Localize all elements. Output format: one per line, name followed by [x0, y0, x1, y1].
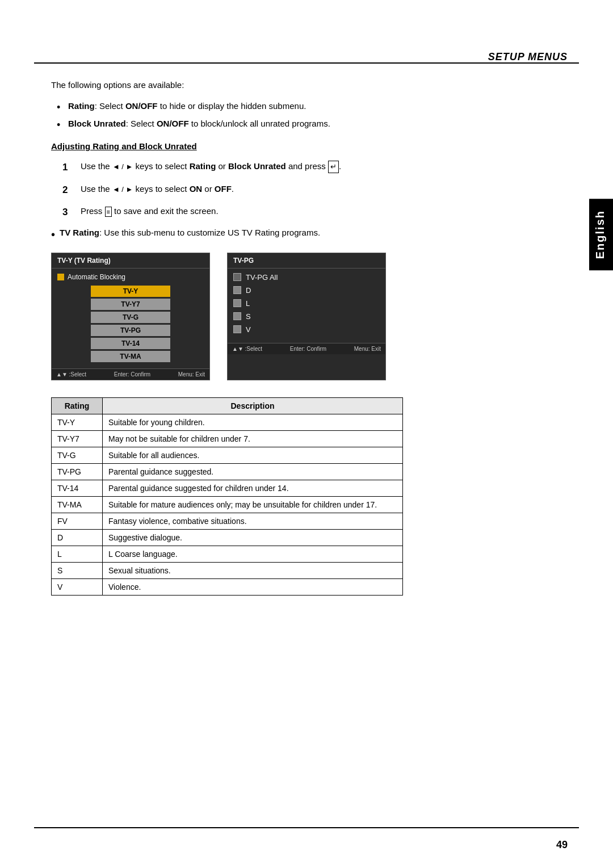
table-row: LL Coarse language. [52, 546, 403, 562]
tv-pg-l-label: L [246, 299, 250, 308]
table-row: TV-Y7May not be suitable for children un… [52, 430, 403, 447]
desc-cell-8: L Coarse language. [103, 546, 403, 562]
desc-cell-3: Parental guidance suggested. [103, 463, 403, 480]
bullet-block-label: Block Unrated [68, 119, 126, 128]
page-container: English SETUP MENUS The following option… [0, 0, 613, 868]
desc-cell-5: Suitable for mature audiences only; may … [103, 496, 403, 513]
rating-cell-9: S [52, 562, 103, 578]
step-1-block-unrated: Block Unrated [228, 161, 286, 171]
rating-cell-0: TV-Y [52, 414, 103, 430]
desc-cell-9: Sexual situations. [103, 562, 403, 578]
desc-cell-1: May not be suitable for children under 7… [103, 430, 403, 447]
table-row: VViolence. [52, 578, 403, 595]
bullet-rating-onoff: ON/OFF [125, 101, 158, 111]
desc-cell-7: Suggestive dialogue. [103, 529, 403, 546]
rating-cell-1: TV-Y7 [52, 430, 103, 447]
step-2-on: ON [190, 184, 203, 194]
arrow-keys-2: ◄ / ► [112, 184, 133, 195]
col-rating-header: Rating [52, 397, 103, 414]
footer-exit-left: Menu: Exit [178, 371, 205, 378]
rating-cell-5: TV-MA [52, 496, 103, 513]
bullet-rating-rest: to hide or display the hidden submenu. [158, 101, 306, 111]
rating-cell-10: V [52, 578, 103, 595]
tv-rating-tvy: TV-Y [91, 286, 170, 297]
tv-rating-bullet-dot: • [51, 228, 55, 241]
tv-rating-bullet-text: TV Rating: Use this sub-menu to customiz… [60, 228, 320, 237]
tv-screens-container: TV-Y (TV Rating) Automatic Blocking TV-Y… [51, 253, 545, 380]
step-1-text: Use the ◄ / ► keys to select Rating or B… [81, 160, 545, 173]
section-heading: Adjusting Rating and Block Unrated [51, 141, 545, 151]
rating-cell-3: TV-PG [52, 463, 103, 480]
step-1-num: 1 [62, 160, 78, 175]
tv-rating-rest: : Use this sub-menu to customize US TV R… [99, 228, 320, 237]
tv-screen-left: TV-Y (TV Rating) Automatic Blocking TV-Y… [51, 253, 210, 380]
table-row: TV-GSuitable for all audiences. [52, 447, 403, 463]
bullet-block-onoff: ON/OFF [157, 119, 189, 128]
tv-pg-l-checkbox [233, 299, 241, 307]
table-header-row: Rating Description [52, 397, 403, 414]
auto-block-checkbox [57, 274, 64, 280]
tv-pg-s-checkbox [233, 312, 241, 320]
bullet-block-sep: : Select [126, 119, 157, 128]
main-content: The following options are available: Rat… [45, 80, 579, 596]
tv-pg-v: V [233, 325, 380, 334]
tv-pg-d-label: D [246, 286, 251, 295]
tv-pg-s-label: S [246, 312, 251, 321]
table-row: TV-PGParental guidance suggested. [52, 463, 403, 480]
tv-pg-l: L [233, 299, 380, 308]
options-list: Rating: Select ON/OFF to hide or display… [57, 100, 545, 130]
step-1-rating: Rating [190, 161, 216, 171]
tv-rating-tvg: TV-G [91, 312, 170, 323]
step-3-num: 3 [62, 205, 78, 220]
menu-icon-1: ≡ [105, 207, 112, 217]
tv-screen-left-title: TV-Y (TV Rating) [57, 257, 111, 265]
tv-rating-bullet: • TV Rating: Use this sub-menu to custom… [51, 228, 545, 241]
steps-container: 1 Use the ◄ / ► keys to select Rating or… [62, 160, 545, 220]
footer-select-left: ▲▼ :Select [56, 371, 86, 378]
rating-cell-8: L [52, 546, 103, 562]
table-row: TV-14Parental guidance suggested for chi… [52, 480, 403, 496]
table-row: SSexual situations. [52, 562, 403, 578]
tv-screen-right: TV-PG TV-PG All D L [227, 253, 386, 380]
table-row: TV-MASuitable for mature audiences only;… [52, 496, 403, 513]
tv-screen-left-body: Automatic Blocking TV-Y TV-Y7 TV-G TV-PG… [52, 269, 209, 368]
table-row: TV-YSuitable for young children. [52, 414, 403, 430]
page-number: 49 [556, 839, 568, 851]
bullet-block-unrated: Block Unrated: Select ON/OFF to block/un… [57, 118, 545, 131]
tv-rating-tvpg: TV-PG [91, 325, 170, 336]
desc-cell-4: Parental guidance suggested for children… [103, 480, 403, 496]
footer-exit-right: Menu: Exit [354, 346, 381, 352]
tv-auto-block: Automatic Blocking [57, 273, 204, 281]
step-2: 2 Use the ◄ / ► keys to select ON or OFF… [62, 183, 545, 198]
tv-pg-all-checkbox [233, 273, 241, 281]
rating-table: Rating Description TV-YSuitable for youn… [51, 397, 403, 596]
tv-screen-right-title: TV-PG [233, 257, 254, 265]
tv-pg-all: TV-PG All [233, 273, 380, 282]
desc-cell-10: Violence. [103, 578, 403, 595]
tv-screen-right-footer: ▲▼ :Select Enter: Confirm Menu: Exit [228, 343, 385, 354]
tv-pg-d: D [233, 286, 380, 295]
bullet-rating: Rating: Select ON/OFF to hide or display… [57, 100, 545, 113]
table-body: TV-YSuitable for young children.TV-Y7May… [52, 414, 403, 595]
page-header-title: SETUP MENUS [45, 51, 579, 63]
rating-cell-2: TV-G [52, 447, 103, 463]
rating-cell-7: D [52, 529, 103, 546]
tv-pg-all-label: TV-PG All [246, 273, 278, 282]
step-1: 1 Use the ◄ / ► keys to select Rating or… [62, 160, 545, 175]
tv-screen-left-footer: ▲▼ :Select Enter: Confirm Menu: Exit [52, 368, 209, 380]
tv-pg-d-checkbox [233, 286, 241, 294]
bullet-block-rest: to block/unlock all unrated programs. [189, 119, 330, 128]
bullet-rating-sep: : Select [95, 101, 125, 111]
tv-screen-left-header: TV-Y (TV Rating) [52, 253, 209, 269]
tv-pg-v-label: V [246, 325, 251, 334]
step-2-num: 2 [62, 183, 78, 198]
step-2-text: Use the ◄ / ► keys to select ON or OFF. [81, 183, 545, 196]
side-language-label: English [589, 199, 613, 270]
footer-confirm-right: Enter: Confirm [290, 346, 326, 352]
tv-screen-right-header: TV-PG [228, 253, 385, 269]
footer-confirm-left: Enter: Confirm [114, 371, 150, 378]
tv-pg-v-checkbox [233, 325, 241, 333]
arrow-keys-1: ◄ / ► [112, 161, 133, 173]
tv-rating-tv14: TV-14 [91, 338, 170, 349]
enter-icon-1: ↵ [328, 161, 339, 173]
